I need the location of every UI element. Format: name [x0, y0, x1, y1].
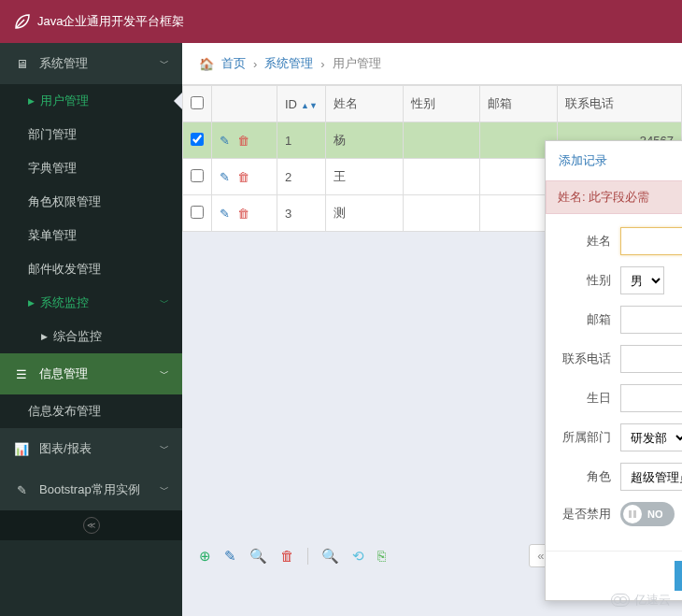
phone-field[interactable]	[620, 345, 682, 373]
row-checkbox[interactable]	[191, 169, 204, 182]
collapse-icon: ≪	[83, 517, 100, 534]
export-button[interactable]: ⎘	[377, 548, 386, 564]
watermark: 亿速云	[611, 592, 671, 609]
refresh-button[interactable]: ⟲	[352, 548, 364, 565]
sidebar-collapse[interactable]: ≪	[0, 510, 182, 540]
sidebar-item-monitor[interactable]: ▶系统监控﹀	[0, 286, 182, 320]
col-email[interactable]: 邮箱	[480, 86, 558, 122]
sidebar-item-integmon[interactable]: ▶综合监控	[0, 320, 182, 353]
disabled-toggle[interactable]: NO	[620, 502, 675, 526]
edit-icon: ✎	[13, 483, 30, 497]
trash-icon[interactable]: 🗑	[237, 170, 249, 184]
row-checkbox[interactable]	[191, 206, 204, 219]
name-field[interactable]	[620, 227, 682, 255]
trash-icon[interactable]: 🗑	[237, 207, 249, 221]
sidebar: 🖥系统管理﹀ ▶用户管理 部门管理 字典管理 角色权限管理 菜单管理 邮件收发管…	[0, 43, 182, 616]
delete-button[interactable]: 🗑	[280, 548, 294, 564]
crumb-section[interactable]: 系统管理	[264, 55, 313, 72]
crumb-page: 用户管理	[333, 55, 381, 72]
sidebar-item-info[interactable]: ☰信息管理﹀	[0, 353, 182, 394]
edit-icon[interactable]: ✎	[220, 207, 230, 221]
breadcrumb: 🏠 首页› 系统管理› 用户管理	[182, 43, 682, 85]
svg-rect-0	[629, 510, 632, 518]
edit-icon[interactable]: ✎	[220, 134, 230, 148]
birth-field[interactable]	[620, 384, 682, 412]
sidebar-item-mail[interactable]: 邮件收发管理	[0, 252, 182, 286]
sidebar-item-menu[interactable]: 菜单管理	[0, 219, 182, 252]
submit-button[interactable]: ✓提交	[675, 561, 682, 591]
leaf-icon	[13, 12, 32, 31]
col-gender[interactable]: 性别	[403, 86, 480, 122]
col-phone[interactable]: 联系电话	[558, 86, 682, 122]
caret-right-icon: ▶	[41, 332, 48, 341]
zoom-button[interactable]: 🔍	[249, 548, 267, 565]
caret-right-icon: ▶	[28, 298, 35, 308]
modal-title: 添加记录	[559, 152, 607, 169]
crumb-home[interactable]: 首页	[221, 55, 246, 72]
cloud-icon	[611, 594, 630, 607]
edit-button[interactable]: ✎	[224, 548, 236, 565]
filter-button[interactable]: 🔍	[321, 548, 339, 565]
error-message: 姓名: 此字段必需	[546, 180, 682, 214]
main-content: 🏠 首页› 系统管理› 用户管理 ID▲▼ 姓名 性别 邮箱 联系电话 ✎🗑1杨…	[182, 43, 682, 616]
list-icon: ☰	[13, 367, 30, 381]
col-name[interactable]: 姓名	[325, 86, 403, 122]
dept-select[interactable]: 研发部	[620, 423, 682, 451]
monitor-icon: 🖥	[13, 57, 30, 71]
sort-icon[interactable]: ▲▼	[301, 101, 318, 110]
select-all-checkbox[interactable]	[191, 96, 204, 109]
caret-right-icon: ▶	[28, 96, 35, 106]
sidebar-item-chart[interactable]: 📊图表/报表﹀	[0, 428, 182, 469]
trash-icon[interactable]: 🗑	[237, 134, 249, 148]
sidebar-item-role[interactable]: 角色权限管理	[0, 185, 182, 219]
sidebar-item-system[interactable]: 🖥系统管理﹀	[0, 43, 182, 84]
edit-icon[interactable]: ✎	[220, 170, 230, 184]
app-title: Java企业通用开发平台框架	[37, 13, 184, 30]
chevron-down-icon: ﹀	[160, 442, 169, 455]
svg-rect-1	[633, 510, 636, 518]
email-field[interactable]	[620, 306, 682, 334]
chevron-down-icon: ﹀	[160, 57, 169, 70]
chevron-down-icon: ﹀	[160, 367, 169, 380]
chart-icon: 📊	[13, 442, 30, 456]
chevron-down-icon: ﹀	[160, 296, 169, 309]
app-header: Java企业通用开发平台框架	[0, 0, 682, 43]
add-record-modal: 添加记录× 姓名: 此字段必需 姓名 性别男 邮箱 联系电话 生日 所属部门研发…	[545, 140, 682, 601]
sidebar-item-infopub[interactable]: 信息发布管理	[0, 394, 182, 428]
pause-icon	[628, 509, 637, 519]
role-select[interactable]: 超级管理员	[620, 463, 682, 491]
gender-select[interactable]: 男	[620, 266, 664, 294]
sidebar-item-dept[interactable]: 部门管理	[0, 118, 182, 151]
chevron-down-icon: ﹀	[160, 483, 169, 496]
sidebar-item-dict[interactable]: 字典管理	[0, 151, 182, 185]
sidebar-item-bootstrap[interactable]: ✎Bootstrap常用实例﹀	[0, 469, 182, 510]
sidebar-item-users[interactable]: ▶用户管理	[0, 84, 182, 118]
home-icon: 🏠	[199, 57, 214, 71]
add-button[interactable]: ⊕	[199, 548, 211, 565]
row-checkbox[interactable]	[191, 133, 204, 146]
